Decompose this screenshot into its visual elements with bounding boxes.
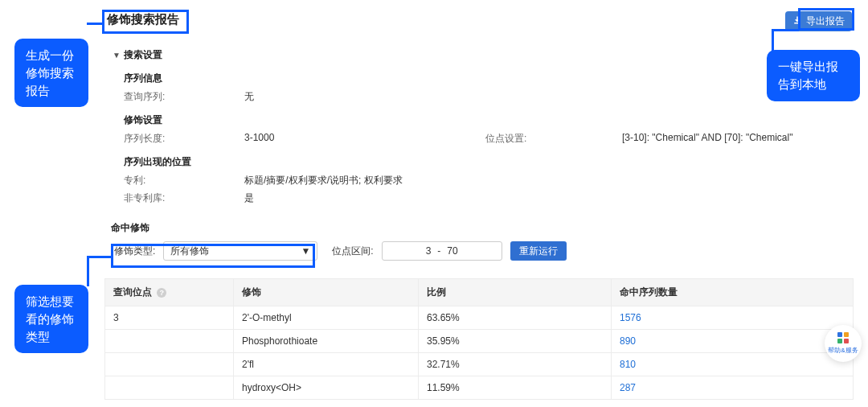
- seq-length-value: 3-1000: [244, 132, 485, 146]
- help-fab[interactable]: 帮助&服务: [825, 325, 862, 362]
- cell-site: [105, 353, 234, 376]
- cell-ratio: 63.65%: [419, 306, 612, 330]
- nonpatent-row: 非专利库: 是: [124, 191, 854, 205]
- query-sequence-row: 查询序列: 无: [124, 90, 854, 104]
- filter-row: 修饰类型: 所有修饰 ▼ 位点区间: 3 - 70 重新运行: [114, 241, 854, 261]
- col-mod: 修饰: [234, 279, 419, 306]
- patent-value: 标题/摘要/权利要求/说明书; 权利要求: [244, 174, 403, 187]
- table-row: Phosphorothioate 35.95% 890: [105, 330, 854, 353]
- search-settings-title: 搜索设置: [124, 48, 162, 62]
- page-title: 修饰搜索报告: [107, 12, 854, 27]
- callout-generate-report: 生成一份修饰搜索报告: [14, 39, 88, 107]
- connector-line: [87, 256, 112, 258]
- hits-title: 命中修饰: [111, 221, 854, 235]
- count-link[interactable]: 810: [620, 359, 636, 370]
- table-row: 2'fl 32.71% 810: [105, 353, 854, 376]
- mod-type-select-value: 所有修饰: [170, 245, 209, 258]
- help-grid-icon: [837, 332, 849, 343]
- patent-row: 专利: 标题/摘要/权利要求/说明书; 权利要求: [124, 174, 854, 187]
- range-to: 70: [447, 245, 457, 257]
- cell-ratio: 35.95%: [419, 330, 612, 353]
- cell-site: [105, 376, 234, 400]
- site-range-label: 位点区间:: [332, 245, 373, 258]
- nonpatent-label: 非专利库:: [124, 191, 244, 205]
- seq-length-label: 序列长度:: [124, 132, 244, 146]
- cell-ratio: 32.71%: [419, 353, 612, 376]
- search-settings-section: ▼ 搜索设置 序列信息 查询序列: 无 修饰设置 序列长度: 3-1000 位点…: [104, 48, 854, 205]
- mod-settings-subhead: 修饰设置: [124, 113, 854, 127]
- range-dash: -: [437, 245, 440, 257]
- table-row: 3 2'-O-methyl 63.65% 1576: [105, 306, 854, 330]
- site-setting-value: [3-10]: "Chemical" AND [70]: "Chemical": [622, 132, 792, 146]
- chevron-down-icon: ▼: [301, 245, 310, 257]
- count-link[interactable]: 287: [620, 382, 636, 393]
- caret-down-icon: ▼: [113, 51, 121, 60]
- connector-line: [87, 23, 103, 25]
- callout-export-local: 一键导出报告到本地: [767, 50, 860, 101]
- info-icon[interactable]: ?: [157, 288, 166, 298]
- count-link[interactable]: 890: [620, 335, 636, 347]
- mod-type-label: 修饰类型:: [114, 245, 155, 258]
- cell-site: [105, 330, 234, 353]
- table-header-row: 查询位点 ? 修饰 比例 命中序列数量: [105, 279, 854, 306]
- hits-table: 查询位点 ? 修饰 比例 命中序列数量 3 2'-O-methyl 63.65%…: [104, 278, 854, 400]
- help-fab-label: 帮助&服务: [828, 346, 858, 355]
- rerun-button[interactable]: 重新运行: [510, 241, 567, 261]
- mod-type-select[interactable]: 所有修饰 ▼: [163, 241, 317, 261]
- rerun-button-label: 重新运行: [519, 245, 558, 258]
- connector-line: [772, 29, 799, 31]
- cell-site: 3: [105, 306, 234, 330]
- cell-ratio: 11.59%: [419, 376, 612, 400]
- occurrence-subhead: 序列出现的位置: [124, 155, 854, 169]
- cell-mod: Phosphorothioate: [234, 330, 419, 353]
- cell-mod: hydroxy<OH>: [234, 376, 419, 400]
- connector-line: [87, 256, 89, 286]
- nonpatent-value: 是: [244, 191, 485, 205]
- report-panel: 修饰搜索报告 导出报告 ▼ 搜索设置 序列信息 查询序列: 无 修饰设置 序列长…: [104, 10, 854, 407]
- col-ratio: 比例: [419, 279, 612, 306]
- cell-mod: 2'fl: [234, 353, 419, 376]
- callout-filter-type: 筛选想要看的修饰类型: [14, 285, 88, 353]
- download-icon: [792, 15, 802, 27]
- query-sequence-label: 查询序列:: [124, 90, 244, 104]
- col-site: 查询位点 ?: [105, 279, 234, 306]
- count-link[interactable]: 1576: [620, 312, 641, 323]
- connector-line: [772, 29, 774, 51]
- query-sequence-value: 无: [244, 90, 485, 104]
- table-row: hydroxy<OH> 11.59% 287: [105, 376, 854, 400]
- site-setting-label: 位点设置:: [485, 132, 622, 146]
- mod-settings-row: 序列长度: 3-1000 位点设置: [3-10]: "Chemical" AN…: [124, 132, 854, 146]
- patent-label: 专利:: [124, 174, 244, 187]
- col-count: 命中序列数量: [612, 279, 854, 306]
- range-from: 3: [426, 245, 432, 257]
- site-range-input[interactable]: 3 - 70: [382, 241, 502, 261]
- export-button-label: 导出报告: [806, 14, 845, 28]
- sequence-info-subhead: 序列信息: [124, 72, 854, 85]
- col-site-label: 查询位点: [113, 286, 152, 298]
- search-settings-header[interactable]: ▼ 搜索设置: [113, 48, 854, 62]
- cell-mod: 2'-O-methyl: [234, 306, 419, 330]
